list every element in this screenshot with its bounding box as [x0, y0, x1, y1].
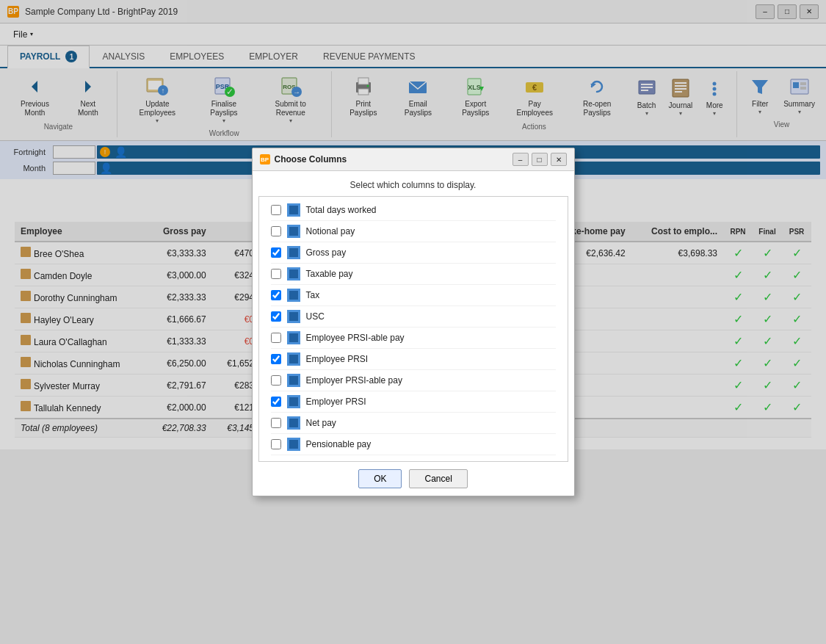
col-icon — [287, 225, 300, 238]
checkbox-tax[interactable] — [271, 290, 281, 300]
col-icon — [287, 246, 300, 259]
column-option-taxable-pay[interactable]: Taxable pay — [271, 264, 556, 285]
dialog-logo: BP — [260, 154, 270, 164]
checkbox-gross-pay[interactable] — [271, 247, 281, 258]
checkbox-taxable-pay[interactable] — [271, 269, 281, 279]
col-label: Total days worked — [306, 205, 377, 215]
column-option-total-days[interactable]: Total days worked — [271, 200, 556, 221]
column-option-tax[interactable]: Tax — [271, 285, 556, 306]
col-label: Pensionable pay — [306, 439, 372, 449]
column-option-net-pay[interactable]: Net pay — [271, 413, 556, 434]
col-label: Notional pay — [306, 226, 355, 236]
dialog-close-button[interactable]: ✕ — [551, 153, 567, 166]
dialog-controls[interactable]: – □ ✕ — [512, 153, 567, 166]
col-label: Gross pay — [306, 247, 347, 258]
checkbox-pensionable-pay[interactable] — [271, 439, 281, 449]
col-icon — [287, 438, 300, 449]
checkbox-total-days[interactable] — [271, 205, 281, 215]
col-label: Employee PRSI — [306, 354, 369, 364]
dialog-subtitle: Select which columns to display. — [253, 171, 574, 196]
column-option-er-prsi[interactable]: Employer PRSI — [271, 391, 556, 413]
col-label: Tax — [306, 290, 320, 300]
col-icon — [287, 310, 300, 323]
dialog-column-list: Total days worked Notional pay Gross pay… — [258, 196, 568, 449]
col-icon — [287, 289, 300, 302]
checkbox-usc[interactable] — [271, 311, 281, 322]
col-icon — [287, 374, 300, 387]
checkbox-emp-prsi-able[interactable] — [271, 333, 281, 343]
col-icon — [287, 267, 300, 281]
dialog-overlay: BP Choose Columns – □ ✕ Select which col… — [0, 0, 826, 449]
column-option-emp-prsi-able[interactable]: Employee PRSI-able pay — [271, 328, 556, 349]
column-option-er-prsi-able[interactable]: Employer PRSI-able pay — [271, 370, 556, 391]
dialog-maximize-button[interactable]: □ — [532, 153, 548, 166]
col-label: Net pay — [306, 418, 336, 428]
dialog-title-bar: BP Choose Columns – □ ✕ — [253, 148, 574, 171]
col-icon — [287, 331, 300, 344]
column-option-pensionable-pay[interactable]: Pensionable pay — [271, 434, 556, 449]
col-label: Employer PRSI — [306, 397, 366, 407]
column-option-emp-prsi[interactable]: Employee PRSI — [271, 349, 556, 370]
col-label: Employer PRSI-able pay — [306, 375, 402, 386]
column-option-gross-pay[interactable]: Gross pay — [271, 242, 556, 264]
col-icon — [287, 352, 300, 366]
checkbox-notional-pay[interactable] — [271, 226, 281, 236]
dialog-minimize-button[interactable]: – — [512, 153, 529, 166]
col-icon — [287, 395, 300, 408]
checkbox-emp-prsi[interactable] — [271, 354, 281, 364]
checkbox-net-pay[interactable] — [271, 418, 281, 428]
col-label: USC — [306, 311, 325, 322]
col-label: Taxable pay — [306, 269, 353, 279]
col-icon — [287, 203, 300, 217]
dialog-title: Choose Columns — [275, 154, 512, 164]
col-icon — [287, 416, 300, 430]
choose-columns-dialog: BP Choose Columns – □ ✕ Select which col… — [252, 148, 575, 449]
checkbox-er-prsi-able[interactable] — [271, 375, 281, 386]
col-label: Employee PRSI-able pay — [306, 333, 405, 343]
checkbox-er-prsi[interactable] — [271, 397, 281, 407]
column-option-usc[interactable]: USC — [271, 306, 556, 328]
column-option-notional-pay[interactable]: Notional pay — [271, 221, 556, 242]
